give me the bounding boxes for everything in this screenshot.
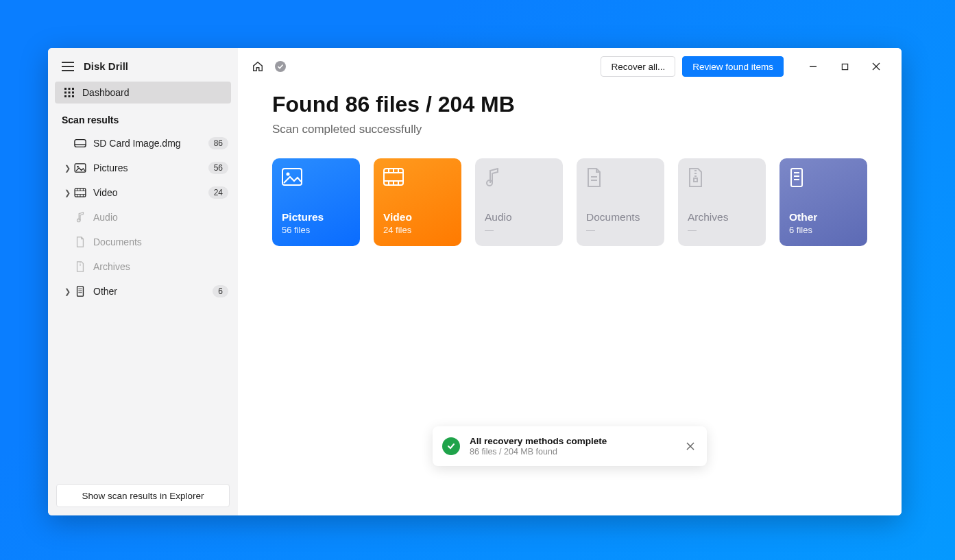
video-icon (383, 168, 404, 186)
toast-sub: 86 files / 204 MB found (470, 447, 674, 456)
archive-icon (688, 168, 703, 187)
svg-rect-5 (72, 92, 74, 94)
audio-icon (73, 212, 88, 223)
picture-icon (73, 163, 88, 173)
other-icon (789, 168, 804, 187)
card-sub: 24 files (383, 225, 452, 235)
content-area: Found 86 files / 204 MB Scan completed s… (238, 85, 902, 246)
documents-label: Documents (93, 236, 228, 247)
svg-rect-2 (72, 88, 74, 90)
pictures-count: 56 (208, 162, 228, 174)
archive-icon (73, 261, 88, 272)
card-title: Documents (586, 211, 655, 223)
card-sub: — (688, 225, 756, 235)
chevron-right-icon: ❯ (62, 287, 73, 296)
titlebar: Recover all... Review found items (238, 48, 902, 85)
home-icon[interactable] (252, 60, 264, 73)
svg-rect-0 (64, 88, 67, 90)
titlebar-left (247, 60, 286, 73)
disk-icon (73, 138, 88, 148)
card-other[interactable]: Other 6 files (779, 158, 867, 246)
page-heading: Found 86 files / 204 MB (272, 92, 867, 117)
sidebar-footer: Show scan results in Explorer (48, 476, 238, 515)
svg-point-30 (275, 61, 286, 72)
svg-rect-52 (694, 178, 697, 182)
svg-rect-9 (75, 140, 86, 147)
card-archives: Archives — (678, 158, 766, 246)
page-subheading: Scan completed successfully (272, 123, 867, 136)
toast-title: All recovery methods complete (470, 436, 674, 446)
card-title: Pictures (282, 211, 350, 223)
card-sub: 56 files (282, 225, 350, 235)
svg-rect-53 (791, 169, 802, 186)
app-title: Disk Drill (84, 60, 128, 72)
audio-icon (485, 168, 500, 187)
sidebar-item-pictures[interactable]: ❯ Pictures 56 (48, 156, 238, 180)
chevron-right-icon: ❯ (62, 188, 73, 197)
scan-results-title: Scan results (48, 110, 238, 131)
card-audio: Audio — (475, 158, 563, 246)
video-label: Video (93, 187, 208, 198)
svg-rect-32 (842, 64, 847, 69)
svg-rect-4 (69, 92, 71, 94)
sidebar-item-documents[interactable]: Documents (48, 230, 238, 254)
card-title: Other (789, 211, 858, 223)
other-count: 6 (213, 285, 228, 297)
archives-label: Archives (93, 261, 228, 272)
sidebar-item-dashboard[interactable]: Dashboard (55, 82, 231, 104)
minimize-button[interactable] (797, 56, 829, 77)
disk-label: SD Card Image.dmg (93, 138, 208, 149)
toast-close-button[interactable] (684, 439, 697, 453)
close-button[interactable] (860, 56, 892, 77)
chevron-right-icon: ❯ (62, 164, 73, 173)
other-label: Other (93, 286, 213, 297)
svg-rect-8 (72, 95, 74, 97)
card-sub: — (485, 225, 553, 235)
completion-toast: All recovery methods complete 86 files /… (433, 426, 707, 466)
check-badge-icon[interactable] (275, 61, 286, 72)
card-pictures[interactable]: Pictures 56 files (272, 158, 360, 246)
svg-point-22 (77, 219, 80, 221)
sidebar-header: Disk Drill (48, 48, 238, 82)
show-in-explorer-button[interactable]: Show scan results in Explorer (56, 484, 230, 507)
recover-all-button[interactable]: Recover all... (601, 56, 675, 77)
sidebar-item-other[interactable]: ❯ Other 6 (48, 279, 238, 304)
audio-label: Audio (93, 212, 228, 223)
main-content: Recover all... Review found items Found … (238, 48, 902, 515)
sidebar-item-disk[interactable]: SD Card Image.dmg 86 (48, 131, 238, 156)
video-count: 24 (208, 186, 228, 199)
svg-point-36 (287, 173, 290, 176)
pictures-label: Pictures (93, 162, 208, 173)
sidebar-item-audio[interactable]: Audio (48, 205, 238, 230)
card-sub: — (586, 225, 655, 235)
sidebar-item-video[interactable]: ❯ Video 24 (48, 180, 238, 205)
card-title: Audio (485, 211, 553, 223)
card-title: Video (383, 211, 452, 223)
document-icon (586, 168, 601, 187)
card-video[interactable]: Video 24 files (374, 158, 461, 246)
svg-rect-1 (69, 88, 71, 90)
menu-icon[interactable] (62, 62, 74, 71)
card-documents: Documents — (577, 158, 664, 246)
sidebar-item-archives[interactable]: Archives (48, 254, 238, 279)
dashboard-icon (64, 88, 74, 97)
svg-rect-35 (282, 169, 302, 185)
document-icon (73, 236, 88, 247)
review-found-items-button[interactable]: Review found items (682, 56, 784, 77)
disk-count: 86 (208, 137, 228, 149)
video-icon (73, 188, 88, 197)
svg-rect-3 (64, 92, 67, 94)
card-sub: 6 files (789, 225, 858, 235)
category-cards: Pictures 56 files Video 24 files Audio — (272, 158, 867, 246)
svg-rect-7 (69, 95, 71, 97)
window-controls (797, 56, 892, 77)
app-window: Disk Drill Dashboard Scan results SD Car… (48, 48, 902, 515)
dashboard-label: Dashboard (82, 87, 130, 98)
success-check-icon (442, 437, 460, 455)
other-icon (73, 286, 88, 297)
maximize-button[interactable] (829, 56, 860, 77)
svg-rect-26 (77, 287, 84, 296)
picture-icon (282, 168, 302, 186)
sidebar: Disk Drill Dashboard Scan results SD Car… (48, 48, 238, 515)
toast-body: All recovery methods complete 86 files /… (470, 436, 674, 456)
